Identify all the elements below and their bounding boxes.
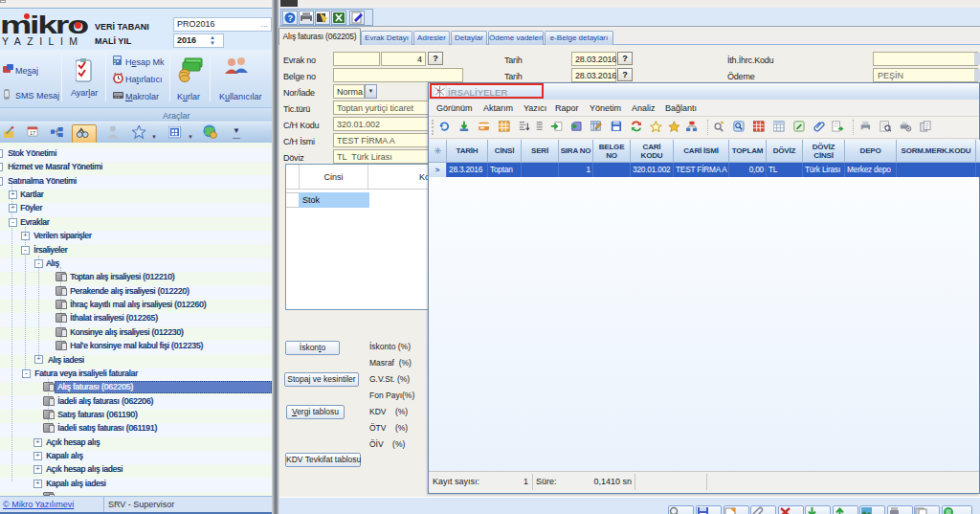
svg-text:?: ?	[288, 13, 294, 23]
svg-text:17: 17	[30, 130, 35, 136]
